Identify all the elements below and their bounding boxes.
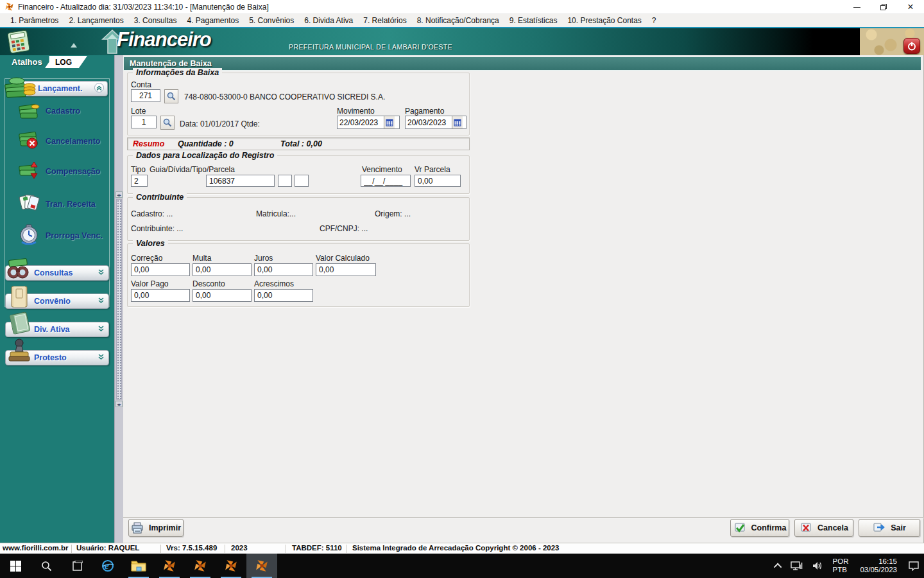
tab-log[interactable]: LOG	[45, 56, 87, 68]
conta-lookup-button[interactable]	[164, 89, 178, 103]
restore-button[interactable]	[871, 0, 896, 14]
search-icon	[41, 561, 52, 572]
movimento-date-field	[337, 116, 400, 129]
confirma-button[interactable]: Confirma	[730, 519, 789, 537]
valor-pago-input[interactable]	[131, 289, 190, 302]
windows-taskbar: e POR PTB	[0, 554, 924, 578]
fiorilli-app-button-1[interactable]	[154, 554, 185, 578]
status-separator	[71, 545, 72, 553]
sidebar-splitter[interactable]: ◂▸ ◂▸	[114, 55, 123, 543]
conta-input[interactable]	[131, 89, 160, 102]
restore-icon	[880, 3, 887, 11]
chevron-up-icon	[773, 563, 782, 571]
prorroga-clock-icon	[18, 224, 40, 247]
movimento-calendar-button[interactable]	[384, 116, 395, 128]
menu-notificacao-cobranca[interactable]: 8. Notificação/Cobrança	[412, 15, 504, 26]
tipo-parcela-input-2[interactable]	[295, 175, 309, 187]
splitter-collapse-arrows[interactable]: ◂▸	[116, 191, 123, 198]
desconto-input[interactable]	[193, 289, 252, 302]
juros-label: Juros	[254, 254, 273, 263]
fiorilli-app-button-3[interactable]	[216, 554, 246, 578]
pagamento-date-input[interactable]	[406, 118, 452, 127]
menu-estatisticas[interactable]: 9. Estatísticas	[504, 15, 563, 26]
tipo-label: Tipo	[131, 165, 146, 174]
sidebar-item-tran-receita[interactable]: Tran. Receita	[18, 193, 96, 215]
lote-lookup-button[interactable]	[160, 116, 175, 130]
file-explorer-button[interactable]	[123, 554, 154, 578]
tipo-input[interactable]	[131, 175, 148, 187]
menu-divida-ativa[interactable]: 6. Divida Ativa	[299, 15, 358, 26]
menu-convenios[interactable]: 5. Convênios	[244, 15, 299, 26]
menu-pagamentos[interactable]: 4. Pagamentos	[182, 15, 244, 26]
app-pinwheel-icon	[162, 559, 176, 573]
imprimir-label: Imprimir	[149, 523, 181, 532]
sidebar-item-cadastro[interactable]: Cadastro	[18, 100, 80, 121]
language-indicator[interactable]: POR PTB	[828, 557, 854, 574]
task-view-button[interactable]	[62, 554, 92, 578]
taskbar-clock[interactable]: 16:15 03/05/2023	[853, 557, 903, 574]
minimize-button[interactable]	[844, 0, 869, 14]
collapse-arrow-decoration[interactable]	[71, 43, 77, 48]
menu-help[interactable]: ?	[647, 15, 662, 26]
vr-parcela-input[interactable]	[415, 175, 461, 187]
consultas-binoculars-icon	[5, 257, 31, 282]
fiorilli-app-button-active[interactable]	[246, 554, 277, 578]
notification-center-icon[interactable]	[903, 554, 924, 578]
resumo-label: Resumo	[133, 139, 164, 148]
chevron-down-icon[interactable]	[97, 268, 105, 278]
sidebar-item-compensacao[interactable]: Compensação	[18, 161, 100, 182]
power-exit-button[interactable]	[903, 38, 920, 54]
menu-relatorios[interactable]: 7. Relatórios	[358, 15, 411, 26]
valor-calculado-input[interactable]	[316, 263, 376, 276]
fiorilli-app-button-2[interactable]	[185, 554, 216, 578]
multa-input[interactable]	[193, 263, 252, 276]
multa-label: Multa	[193, 254, 211, 263]
status-version: Vrs: 7.5.15.489	[166, 544, 217, 552]
correcao-input[interactable]	[131, 263, 190, 276]
juros-input[interactable]	[254, 263, 313, 276]
tab-log-label: LOG	[55, 58, 77, 67]
groupbox-legend: Informações da Baixa	[133, 68, 222, 77]
chevron-down-icon[interactable]	[97, 353, 105, 363]
sair-button[interactable]: Sair	[859, 519, 920, 537]
splitter-grip[interactable]	[116, 199, 122, 399]
chevron-down-icon[interactable]	[97, 296, 105, 306]
system-tray: POR PTB 16:15 03/05/2023	[771, 554, 924, 578]
cancela-label: Cancela	[817, 523, 848, 532]
tipo-parcela-input-1[interactable]	[278, 175, 292, 187]
acrescimos-input[interactable]	[254, 289, 313, 302]
imprimir-button[interactable]: Imprimir	[128, 519, 184, 537]
calculator-icon[interactable]	[5, 30, 32, 56]
cancela-button[interactable]: Cancela	[794, 519, 853, 537]
splitter-collapse-arrows[interactable]: ◂▸	[116, 401, 123, 407]
valor-calculado-label: Valor Calculado	[316, 254, 370, 263]
network-icon[interactable]	[786, 554, 807, 578]
conta-label: Conta	[131, 80, 151, 89]
tray-show-hidden-icons[interactable]	[771, 554, 786, 578]
internet-explorer-button[interactable]: e	[92, 554, 123, 578]
menu-consultas[interactable]: 3. Consultas	[129, 15, 182, 26]
magnifier-icon	[167, 92, 176, 101]
sidebar-item-cancelamento[interactable]: Cancelamento	[18, 130, 100, 152]
application-window: Financeiro - Atualizado dia: 31/03/2023 …	[0, 0, 924, 578]
vencimento-input[interactable]	[361, 175, 411, 187]
pagamento-label: Pagamento	[405, 107, 444, 116]
start-button[interactable]	[0, 554, 31, 578]
chevron-down-icon[interactable]	[97, 324, 105, 335]
close-button[interactable]: ×	[898, 0, 923, 14]
window-titlebar: Financeiro - Atualizado dia: 31/03/2023 …	[0, 0, 924, 14]
chevron-up-icon[interactable]	[94, 83, 104, 94]
menu-prestacao-contas[interactable]: 10. Prestação Contas	[562, 15, 646, 26]
movimento-date-input[interactable]	[338, 118, 384, 127]
menu-lancamentos[interactable]: 2. Lançamentos	[64, 15, 128, 26]
sidebar-item-label: Tran. Receita	[46, 200, 96, 209]
guia-label: Guia/Dívida/Tipo/Parcela	[150, 165, 235, 174]
sidebar-item-prorroga-venc[interactable]: Prorroga Venc.	[18, 224, 103, 247]
lote-input[interactable]	[131, 116, 157, 128]
pagamento-calendar-button[interactable]	[452, 116, 463, 128]
guia-input[interactable]	[206, 175, 275, 187]
menu-parametros[interactable]: 1. Parâmetros	[5, 15, 64, 26]
volume-icon[interactable]	[807, 554, 828, 578]
taskbar-search-button[interactable]	[31, 554, 62, 578]
tab-atalhos[interactable]: Atalhos	[12, 57, 42, 67]
